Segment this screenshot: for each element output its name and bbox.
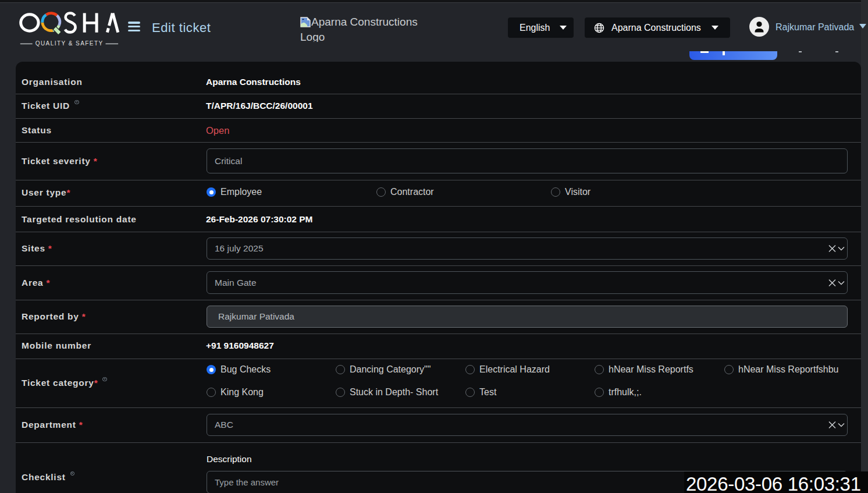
svg-text:QUALITY & SAFETY: QUALITY & SAFETY <box>35 40 104 47</box>
